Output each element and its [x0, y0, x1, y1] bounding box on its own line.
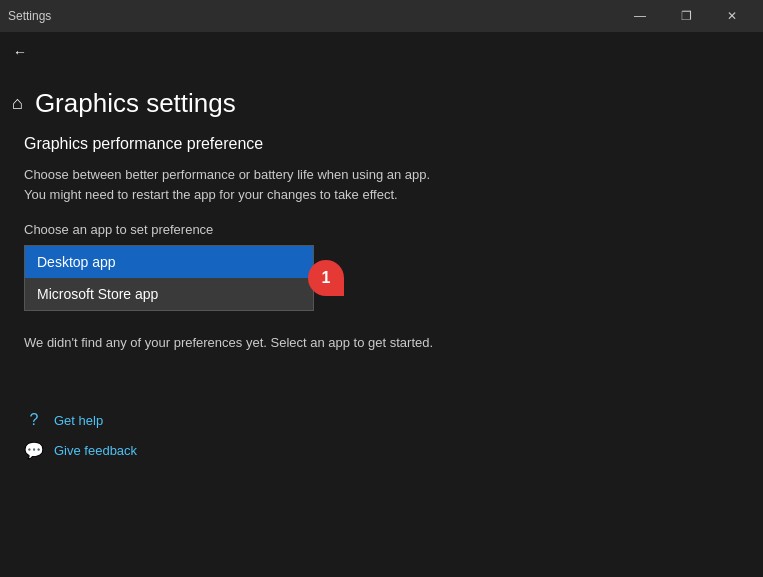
footer-links: ? Get help 💬 Give feedback	[0, 390, 763, 460]
page-header: ⌂ Graphics settings	[0, 72, 763, 135]
get-help-icon: ?	[24, 410, 44, 430]
description-line2: You might need to restart the app for yo…	[24, 187, 398, 202]
home-icon: ⌂	[12, 93, 23, 114]
maximize-button[interactable]: ❐	[663, 0, 709, 32]
minimize-button[interactable]: —	[617, 0, 663, 32]
title-bar-left: Settings	[8, 9, 51, 23]
option-desktop-app[interactable]: Desktop app	[25, 246, 313, 278]
dropdown-container: Desktop app Microsoft Store app 1	[24, 245, 314, 311]
section-title: Graphics performance preference	[24, 135, 739, 153]
give-feedback-link[interactable]: 💬 Give feedback	[24, 440, 739, 460]
title-bar-title: Settings	[8, 9, 51, 23]
back-button[interactable]: ←	[0, 32, 40, 72]
callout-badge: 1	[308, 260, 344, 296]
main-content: Graphics performance preference Choose b…	[0, 135, 763, 350]
app-type-dropdown[interactable]: Desktop app Microsoft Store app	[24, 245, 314, 311]
give-feedback-icon: 💬	[24, 440, 44, 460]
page-title: Graphics settings	[35, 88, 236, 119]
title-bar-controls: — ❐ ✕	[617, 0, 755, 32]
get-help-label: Get help	[54, 413, 103, 428]
title-bar: Settings — ❐ ✕	[0, 0, 763, 32]
dropdown-label: Choose an app to set preference	[24, 222, 739, 237]
close-button[interactable]: ✕	[709, 0, 755, 32]
give-feedback-label: Give feedback	[54, 443, 137, 458]
option-store-app[interactable]: Microsoft Store app	[25, 278, 313, 310]
empty-state-text: We didn't find any of your preferences y…	[24, 335, 739, 350]
get-help-link[interactable]: ? Get help	[24, 410, 739, 430]
callout-number: 1	[322, 269, 331, 287]
description: Choose between better performance or bat…	[24, 165, 739, 204]
description-line1: Choose between better performance or bat…	[24, 167, 430, 182]
